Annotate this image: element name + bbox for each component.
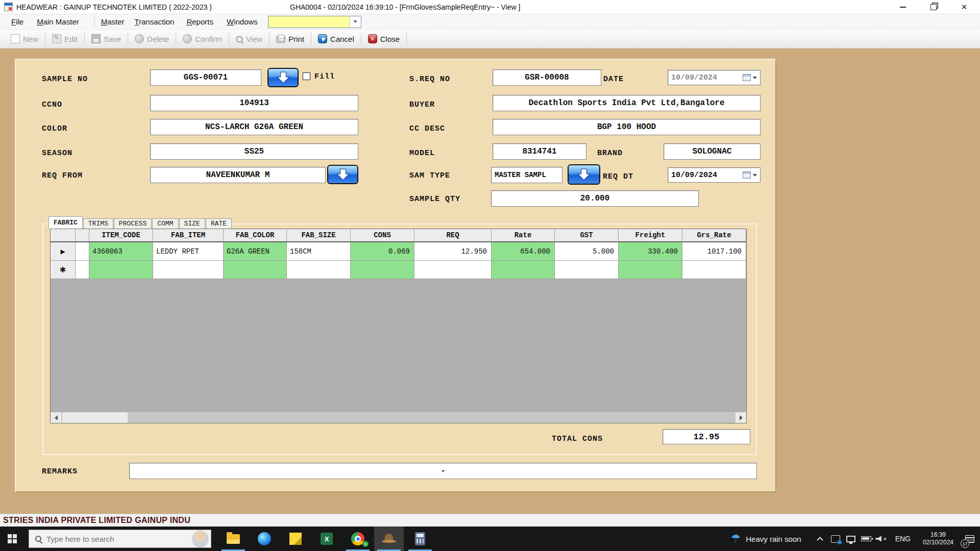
req-dt-field[interactable]: 10/09/2024 — [668, 167, 761, 183]
scroll-left-button[interactable] — [51, 412, 61, 423]
grid-cell-fab-color[interactable] — [224, 261, 287, 279]
column-header[interactable]: FAB_COLOR — [224, 229, 287, 242]
grid-cell-gst[interactable] — [555, 261, 619, 279]
menu-file[interactable]: File — [11, 17, 23, 26]
print-button[interactable]: Print — [270, 31, 311, 46]
grid-cell[interactable] — [76, 242, 89, 261]
grid-cell-freight[interactable] — [619, 261, 682, 279]
language-indicator[interactable]: ENG — [895, 535, 911, 543]
tab-size[interactable]: SIZE — [179, 218, 205, 229]
grid-cell-fab-color[interactable]: G26A GREEN — [224, 242, 287, 261]
confirm-button[interactable]: Confirm — [176, 31, 229, 46]
new-button[interactable]: New — [4, 31, 45, 46]
taskbar-file-explorer[interactable] — [218, 527, 248, 551]
tab-process[interactable]: PROCESS — [114, 218, 152, 229]
action-center-button[interactable]: 17 — [960, 527, 980, 551]
remarks-field[interactable]: - — [129, 463, 757, 479]
taskbar-sticky-notes[interactable] — [281, 527, 310, 551]
tray-volume-muted-icon[interactable] — [874, 527, 889, 551]
menu-search-combobox[interactable] — [268, 16, 361, 28]
sample-no-fill-arrow-button[interactable] — [267, 68, 299, 87]
grid-cell-rate[interactable]: 654.000 — [492, 242, 555, 261]
chevron-down-icon[interactable] — [350, 16, 361, 28]
menu-windows[interactable]: Windows — [227, 17, 258, 26]
tray-chevron-up-icon[interactable] — [813, 527, 828, 551]
column-header[interactable]: GST — [555, 229, 619, 242]
row-marker[interactable]: ▶ — [51, 242, 76, 261]
grid-cell-gst[interactable]: 5.000 — [555, 242, 619, 261]
model-field[interactable]: 8314741 — [493, 143, 586, 160]
save-button[interactable]: Save — [85, 31, 128, 46]
taskbar-excel[interactable] — [312, 527, 341, 551]
grid-cell-fab-item[interactable] — [153, 261, 224, 279]
grid-cell-item-code[interactable]: 4368063 — [89, 242, 153, 261]
menu-master[interactable]: Master — [101, 17, 125, 26]
taskbar-chrome[interactable]: N — [343, 527, 373, 551]
grid-cell-item-code[interactable] — [89, 261, 153, 279]
tab-trims[interactable]: TRIMS — [83, 218, 113, 229]
grid-cell-grs-rate[interactable]: 1017.100 — [682, 242, 746, 261]
view-button[interactable]: View — [229, 31, 269, 46]
chevron-down-icon[interactable] — [753, 77, 757, 79]
delete-button[interactable]: Delete — [128, 31, 176, 46]
column-header[interactable]: CONS — [351, 229, 414, 242]
scrollbar-thumb[interactable] — [62, 412, 128, 423]
weather-text[interactable]: Heavy rain soon — [746, 535, 801, 543]
close-window-button[interactable] — [955, 0, 973, 14]
date-field[interactable]: 10/09/2024 — [668, 70, 761, 85]
season-field[interactable]: SS25 — [150, 143, 358, 160]
cancel-button[interactable]: Cancel — [311, 31, 361, 46]
column-header[interactable]: FAB_SIZE — [287, 229, 351, 242]
sreq-no-field[interactable]: GSR-00008 — [493, 69, 601, 86]
ccno-field[interactable]: 104913 — [150, 95, 358, 111]
cc-desc-field[interactable]: BGP 100 HOOD — [493, 119, 761, 135]
tray-sync-icon[interactable] — [828, 527, 843, 551]
horizontal-scrollbar[interactable] — [51, 412, 746, 423]
restore-button[interactable] — [925, 0, 942, 14]
scroll-right-button[interactable] — [736, 412, 746, 423]
edit-button[interactable]: Edit — [45, 31, 84, 46]
grid-cell-req[interactable]: 12.950 — [414, 242, 492, 261]
tray-battery-icon[interactable] — [859, 527, 874, 551]
minimize-button[interactable] — [894, 0, 912, 14]
req-from-arrow-button[interactable] — [327, 165, 358, 184]
taskbar-erp-app[interactable] — [374, 527, 404, 551]
start-button[interactable] — [0, 527, 24, 551]
tab-rate[interactable]: RATE — [206, 218, 232, 229]
taskbar-clock[interactable]: 16:39 02/10/2024 — [917, 531, 960, 546]
req-from-field[interactable]: NAVEENKUMAR M — [150, 167, 326, 183]
grid-cell[interactable] — [76, 261, 89, 279]
menu-reports[interactable]: Reports — [186, 17, 213, 26]
menu-transaction[interactable]: Transaction — [135, 17, 175, 26]
color-field[interactable]: NCS-LARCH G26A GREEN — [150, 119, 358, 135]
column-header[interactable]: ITEM_CODE — [89, 229, 153, 242]
sample-qty-field[interactable]: 20.000 — [491, 190, 699, 207]
grid-cell-fab-size[interactable] — [287, 261, 351, 279]
menu-main-master[interactable]: Main Master — [37, 17, 79, 26]
column-header[interactable]: FAB_ITEM — [153, 229, 224, 242]
calendar-icon[interactable] — [743, 171, 751, 179]
grid-cell-fab-size[interactable]: 158CM — [287, 242, 351, 261]
grid-cell-fab-item[interactable]: LEDDY RPET — [153, 242, 224, 261]
grid-cell-grs-rate[interactable] — [682, 261, 746, 279]
avatar[interactable] — [192, 531, 209, 547]
column-header[interactable]: Rate — [492, 229, 555, 242]
grid-cell-cons[interactable] — [351, 261, 414, 279]
tab-fabric[interactable]: FABRIC — [48, 216, 83, 229]
buyer-field[interactable]: Decathlon Sports India Pvt Ltd,Bangalore — [493, 95, 761, 111]
column-header[interactable]: REQ — [414, 229, 492, 242]
new-row-marker[interactable]: ✱ — [51, 261, 76, 279]
tab-comm[interactable]: COMM — [152, 218, 178, 229]
taskbar-edge[interactable] — [250, 527, 279, 551]
grid-cell-req[interactable] — [414, 261, 492, 279]
grid-cell-cons[interactable]: 0.069 — [351, 242, 414, 261]
total-cons-field[interactable]: 12.95 — [663, 429, 750, 444]
column-header[interactable]: Freight — [619, 229, 682, 242]
grid-cell-freight[interactable]: 330.400 — [619, 242, 682, 261]
sam-type-arrow-button[interactable] — [568, 164, 600, 185]
close-button[interactable]: Close — [361, 31, 406, 46]
sample-no-field[interactable]: GGS-00071 — [150, 69, 261, 86]
calendar-icon[interactable] — [743, 74, 751, 81]
column-header[interactable]: Grs_Rate — [682, 229, 746, 242]
taskbar-search[interactable] — [29, 530, 211, 548]
